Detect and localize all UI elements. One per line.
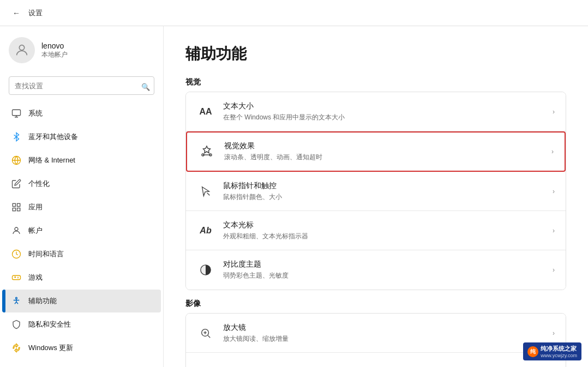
search-container: 🔍 <box>0 72 163 101</box>
sidebar-item-update[interactable]: Windows 更新 <box>2 336 161 359</box>
chevron-icon: › <box>553 188 555 195</box>
sidebar-item-accessibility[interactable]: 辅助功能 <box>2 290 161 312</box>
section-title-imaging: 影像 <box>185 299 566 309</box>
settings-item-contrast[interactable]: 对比度主题 弱势彩色主题、光敏度 › <box>186 250 566 290</box>
sidebar-item-label: 网络 & Internet <box>28 155 75 165</box>
sidebar-item-label: 隐私和安全性 <box>28 320 71 329</box>
watermark-icon: 纯 <box>527 346 538 357</box>
back-button[interactable]: ← <box>9 5 24 21</box>
settings-item-magnifier[interactable]: 放大镜 放大镜阅读、缩放增量 › <box>186 314 566 353</box>
user-info: lenovo 本地帐户 <box>41 41 68 59</box>
back-icon: ← <box>13 9 20 17</box>
sidebar-item-system[interactable]: 系统 <box>2 102 161 125</box>
sidebar-item-apps[interactable]: 应用 <box>2 196 161 219</box>
chevron-icon: › <box>553 108 555 116</box>
account-type: 本地帐户 <box>41 50 68 59</box>
sidebar-item-bluetooth[interactable]: 蓝牙和其他设备 <box>2 125 161 148</box>
update-icon <box>11 342 22 353</box>
sidebar-item-personalization[interactable]: 个性化 <box>2 172 161 195</box>
sidebar-item-label: 辅助功能 <box>28 296 57 306</box>
item-title: 视觉效果 <box>224 141 543 151</box>
app-container: ← 设置 lenovo 本地帐户 <box>0 0 588 367</box>
item-text: 文本光标 外观和粗细、文本光标指示器 <box>223 220 544 241</box>
nav-list: 系统 蓝牙和其他设备 网络 & Internet <box>0 101 163 367</box>
svg-rect-4 <box>17 203 20 206</box>
sidebar-item-label: 时间和语言 <box>28 249 64 259</box>
chevron-icon: › <box>553 329 555 337</box>
item-text: 文本大小 在整个 Windows 和应用中显示的文本大小 <box>223 101 544 122</box>
chevron-icon: › <box>553 266 555 274</box>
item-subtitle: 鼠标指针颜色、大小 <box>223 192 544 202</box>
time-icon <box>11 249 22 260</box>
settings-item-text-cursor[interactable]: Ab 文本光标 外观和粗细、文本光标指示器 › <box>186 211 566 250</box>
svg-point-10 <box>16 297 17 299</box>
item-title: 文本光标 <box>223 220 544 230</box>
sidebar-item-label: 系统 <box>28 109 43 118</box>
bluetooth-icon <box>11 131 22 142</box>
sidebar-item-label: 个性化 <box>28 179 50 189</box>
system-icon <box>11 108 22 119</box>
svg-line-14 <box>207 192 210 195</box>
item-title: 对比度主题 <box>223 260 544 269</box>
magnifier-icon <box>197 324 214 342</box>
item-title: 放大镜 <box>223 323 544 333</box>
main-layout: lenovo 本地帐户 🔍 系统 <box>0 26 588 367</box>
sidebar-item-privacy[interactable]: 隐私和安全性 <box>2 313 161 336</box>
item-text: 鼠标指针和触控 鼠标指针颜色、大小 <box>223 181 544 202</box>
svg-rect-9 <box>13 275 21 280</box>
search-input[interactable] <box>9 76 154 95</box>
sidebar-item-gaming[interactable]: 游戏 <box>2 266 161 289</box>
section-imaging: 影像 放大镜 <box>185 299 566 367</box>
chevron-icon: › <box>551 148 554 155</box>
item-subtitle: 外观和粗细、文本光标指示器 <box>223 232 544 241</box>
item-title: 文本大小 <box>223 101 544 111</box>
svg-rect-5 <box>13 208 15 211</box>
search-icon[interactable]: 🔍 <box>141 83 150 91</box>
section-vision: 视觉 AA 文本大小 在整个 Windows 和应用中显示的文本大小 › <box>185 77 566 290</box>
settings-item-text-size[interactable]: AA 文本大小 在整个 Windows 和应用中显示的文本大小 › <box>186 92 566 131</box>
watermark: 纯 纯净系统之家 www.ycwjzy.com <box>523 342 581 360</box>
sidebar-item-accounts[interactable]: 帐户 <box>2 219 161 242</box>
item-text: 对比度主题 弱势彩色主题、光敏度 <box>223 260 544 280</box>
user-profile[interactable]: lenovo 本地帐户 <box>0 26 163 72</box>
item-subtitle: 在整个 Windows 和应用中显示的文本大小 <box>223 113 544 122</box>
sidebar-item-label: 游戏 <box>28 273 43 282</box>
settings-item-visual-effects[interactable]: 视觉效果 滚动条、透明度、动画、通知超时 › <box>186 131 566 172</box>
settings-list-vision: AA 文本大小 在整个 Windows 和应用中显示的文本大小 › <box>185 92 566 290</box>
privacy-icon <box>11 319 22 330</box>
svg-line-17 <box>208 335 210 338</box>
chevron-icon: › <box>553 227 555 234</box>
content-area: 辅助功能 视觉 AA 文本大小 在整个 Windows 和应用中显示的文本大小 … <box>164 26 588 367</box>
settings-item-color-filter[interactable]: 颜色滤镜 › <box>186 353 566 367</box>
visual-effects-icon <box>198 143 215 160</box>
svg-point-0 <box>19 45 24 50</box>
sidebar: lenovo 本地帐户 🔍 系统 <box>0 26 164 367</box>
text-cursor-icon: Ab <box>197 222 214 239</box>
settings-list-imaging: 放大镜 放大镜阅读、缩放增量 › <box>185 313 566 367</box>
accounts-icon <box>11 225 22 236</box>
section-title-vision: 视觉 <box>185 77 566 87</box>
network-icon <box>11 155 22 166</box>
item-subtitle: 放大镜阅读、缩放增量 <box>223 334 544 344</box>
svg-point-7 <box>15 227 18 231</box>
personalization-icon <box>11 178 22 189</box>
sidebar-item-label: 蓝牙和其他设备 <box>28 132 78 142</box>
accessibility-icon <box>11 296 22 306</box>
gaming-icon <box>11 272 22 283</box>
contrast-icon <box>197 261 214 279</box>
sidebar-item-label: 应用 <box>28 202 43 212</box>
settings-item-mouse-pointer[interactable]: 鼠标指针和触控 鼠标指针颜色、大小 › <box>186 172 566 211</box>
svg-rect-3 <box>13 203 15 206</box>
mouse-pointer-icon <box>197 183 214 200</box>
svg-rect-1 <box>13 110 21 116</box>
sidebar-item-time[interactable]: 时间和语言 <box>2 243 161 266</box>
sidebar-item-network[interactable]: 网络 & Internet <box>2 149 161 172</box>
item-text: 放大镜 放大镜阅读、缩放增量 <box>223 323 544 344</box>
watermark-text: 纯净系统之家 www.ycwjzy.com <box>541 345 577 358</box>
title-bar: ← 设置 <box>0 0 588 26</box>
username: lenovo <box>41 41 68 50</box>
item-subtitle: 弱势彩色主题、光敏度 <box>223 271 544 280</box>
sidebar-item-label: 帐户 <box>28 226 43 236</box>
avatar <box>9 37 35 63</box>
item-title: 鼠标指针和触控 <box>223 181 544 191</box>
